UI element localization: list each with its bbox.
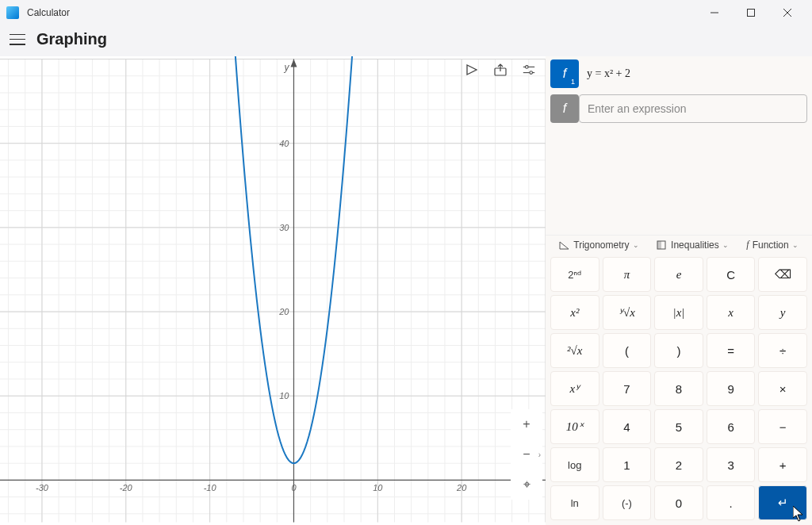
close-button[interactable] [769, 0, 806, 25]
function-row-new[interactable]: f [550, 94, 807, 123]
category-trigonometry[interactable]: Trigonometry⌄ [559, 240, 638, 251]
graph-toolbar [465, 63, 536, 77]
svg-rect-99 [657, 241, 661, 249]
svg-text:30: 30 [279, 223, 289, 232]
function-badge-1[interactable]: f1 [550, 59, 579, 88]
graph-panel[interactable]: -30-20-100102010203040y + −› ⌖ [0, 56, 546, 525]
expression-input[interactable] [588, 102, 799, 115]
key-x[interactable]: x [707, 295, 756, 330]
angle-icon [559, 240, 570, 250]
key-²√x[interactable]: ²√x [550, 333, 599, 368]
svg-marker-80 [290, 59, 297, 67]
zoom-out-button[interactable]: −› [511, 439, 542, 469]
category-inequalities[interactable]: Inequalities⌄ [657, 240, 729, 251]
share-icon[interactable] [493, 63, 508, 77]
key-(-)[interactable]: (-) [603, 485, 652, 520]
key-C[interactable]: C [707, 257, 756, 292]
key-6[interactable]: 6 [707, 409, 756, 444]
key-|x|[interactable]: |x| [654, 295, 703, 330]
function-list: f1 y = x² + 2 f [546, 56, 812, 132]
key-xʸ[interactable]: xʸ [550, 371, 599, 406]
svg-rect-1 [748, 10, 755, 17]
svg-text:-20: -20 [120, 483, 133, 492]
key-log[interactable]: log [550, 447, 599, 482]
svg-marker-92 [467, 65, 477, 75]
keypad: 2ⁿᵈπeC⌫x²ʸ√x|x|xy²√x()=÷xʸ789×10ˣ456−log… [546, 254, 812, 525]
key-÷[interactable]: ÷ [758, 333, 807, 368]
key-e[interactable]: e [654, 257, 703, 292]
function-expression-1[interactable]: y = x² + 2 [579, 59, 807, 88]
category-function[interactable]: f Function⌄ [746, 239, 798, 251]
svg-text:20: 20 [278, 307, 289, 316]
key-5[interactable]: 5 [654, 409, 703, 444]
app-icon [6, 6, 19, 19]
svg-text:0: 0 [291, 483, 297, 492]
key-x²[interactable]: x² [550, 295, 599, 330]
key-×[interactable]: × [758, 371, 807, 406]
graph-canvas[interactable]: -30-20-100102010203040y [0, 56, 546, 525]
key-0[interactable]: 0 [654, 485, 703, 520]
maximize-button[interactable] [733, 0, 769, 25]
minimize-button[interactable] [696, 0, 733, 25]
key-↵[interactable]: ↵ [758, 485, 807, 520]
key-−[interactable]: − [758, 409, 807, 444]
zoom-controls: + −› ⌖ [511, 409, 542, 500]
key-⌫[interactable]: ⌫ [758, 257, 807, 292]
svg-text:-10: -10 [204, 483, 217, 492]
expression-input-wrap[interactable] [579, 94, 807, 123]
key-4[interactable]: 4 [603, 409, 652, 444]
graph-options-icon[interactable] [522, 63, 536, 77]
mode-header: Graphing [0, 25, 812, 56]
key-2[interactable]: 2 [654, 447, 703, 482]
svg-text:20: 20 [456, 483, 467, 492]
svg-text:40: 40 [279, 139, 289, 148]
function-row-1[interactable]: f1 y = x² + 2 [550, 59, 807, 88]
key-π[interactable]: π [603, 257, 652, 292]
key-9[interactable]: 9 [707, 371, 756, 406]
svg-text:10: 10 [373, 483, 383, 492]
key-)[interactable]: ) [654, 333, 703, 368]
svg-point-97 [530, 71, 533, 75]
right-panel: f1 y = x² + 2 f Trigonometry⌄ Inequaliti… [546, 56, 812, 525]
inequality-icon [657, 240, 668, 250]
titlebar: Calculator [0, 0, 812, 25]
key-y[interactable]: y [758, 295, 807, 330]
app-title: Calculator [27, 7, 70, 18]
function-badge-new[interactable]: f [550, 94, 579, 123]
mode-title: Graphing [36, 30, 107, 48]
svg-text:10: 10 [279, 391, 289, 400]
main-area: -30-20-100102010203040y + −› ⌖ f1 y = x²… [0, 56, 812, 525]
window-controls [696, 0, 806, 25]
key-.[interactable]: . [707, 485, 756, 520]
svg-point-96 [526, 66, 529, 69]
key-1[interactable]: 1 [603, 447, 652, 482]
svg-text:-30: -30 [36, 483, 49, 492]
hamburger-menu-icon[interactable] [10, 34, 25, 45]
key-3[interactable]: 3 [707, 447, 756, 482]
keypad-categories: Trigonometry⌄ Inequalities⌄ f Function⌄ [546, 235, 812, 254]
key-=[interactable]: = [707, 333, 756, 368]
zoom-fit-button[interactable]: ⌖ [511, 469, 542, 500]
svg-text:y: y [283, 62, 289, 73]
function-f-icon: f [746, 239, 749, 251]
key-7[interactable]: 7 [603, 371, 652, 406]
zoom-in-button[interactable]: + [511, 409, 542, 439]
key-8[interactable]: 8 [654, 371, 703, 406]
key-ʸ√x[interactable]: ʸ√x [603, 295, 652, 330]
trace-icon[interactable] [465, 63, 479, 77]
key-+[interactable]: + [758, 447, 807, 482]
key-10ˣ[interactable]: 10ˣ [550, 409, 599, 444]
key-ln[interactable]: ln [550, 485, 599, 520]
key-2ⁿᵈ[interactable]: 2ⁿᵈ [550, 257, 599, 292]
key-([interactable]: ( [603, 333, 652, 368]
